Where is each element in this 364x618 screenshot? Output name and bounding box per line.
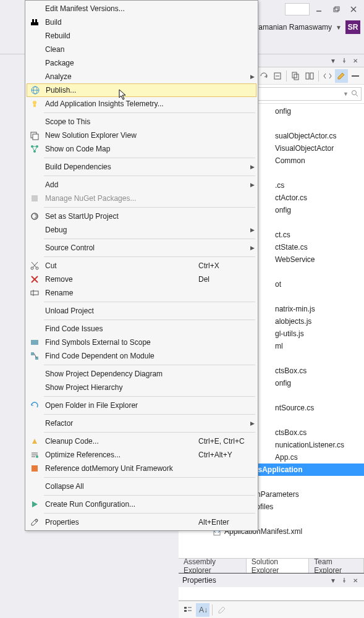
preview-button[interactable] xyxy=(303,69,315,83)
menu-item-new-solution-explorer-view[interactable]: New Solution Explorer View xyxy=(27,129,256,142)
pin-icon[interactable] xyxy=(339,56,349,65)
code-button[interactable] xyxy=(321,69,334,83)
restore-button[interactable] xyxy=(328,3,344,15)
insights-icon xyxy=(27,99,43,109)
runconfig-icon xyxy=(27,499,43,509)
menu-item-set-as-startup-project[interactable]: Set as StartUp Project xyxy=(27,210,256,223)
file-icon xyxy=(263,193,273,203)
menu-item-show-project-dependency-diagram[interactable]: Show Project Dependency Diagram xyxy=(27,367,256,381)
remove-icon xyxy=(27,274,43,284)
avatar[interactable]: SR xyxy=(345,20,360,34)
menu-item-label: Show on Code Map xyxy=(43,145,198,153)
menu-item-clean[interactable]: Clean xyxy=(27,43,256,56)
build-icon xyxy=(27,17,43,27)
file-icon xyxy=(263,304,273,314)
tree-item-label: ctsBox.cs xyxy=(274,427,307,438)
menu-item-label: Build xyxy=(43,18,198,27)
file-icon xyxy=(263,440,273,450)
menu-item-find-code-issues[interactable]: Find Code Issues xyxy=(27,322,256,336)
menu-item-build-dependencies[interactable]: Build Dependencies▶ xyxy=(27,160,256,174)
submenu-arrow-icon: ▶ xyxy=(248,74,256,80)
cut-icon xyxy=(27,261,43,271)
menu-item-optimize-references[interactable]: Optimize References...Ctrl+Alt+Y xyxy=(27,448,256,462)
publish-icon xyxy=(27,85,43,95)
menu-item-rename[interactable]: Rename xyxy=(27,286,256,300)
menu-item-cut[interactable]: CutCtrl+X xyxy=(27,259,256,273)
menu-item-analyze[interactable]: Analyze▶ xyxy=(27,70,256,83)
menu-item-publish[interactable]: Publish... xyxy=(27,83,256,97)
window-position-icon[interactable]: ▼ xyxy=(328,576,338,585)
menu-item-collapse-all[interactable]: Collapse All xyxy=(27,480,256,493)
menu-item-create-run-configuration[interactable]: Create Run Configuration... xyxy=(27,497,256,511)
file-icon xyxy=(263,403,273,413)
menu-item-unload-project[interactable]: Unload Project xyxy=(27,304,256,318)
menu-item-remove[interactable]: RemoveDel xyxy=(27,273,256,286)
tab-assembly-explorer[interactable]: Assembly Explorer xyxy=(179,559,247,573)
alphabetical-button[interactable]: A↓ xyxy=(196,603,210,617)
svg-rect-13 xyxy=(306,73,309,79)
quick-launch-search[interactable] xyxy=(285,3,310,15)
svg-rect-23 xyxy=(184,607,187,609)
menu-item-find-code-dependent-on-module[interactable]: Find Code Dependent on Module xyxy=(27,349,256,363)
refresh-button[interactable] xyxy=(257,69,269,83)
properties-pane: Properties ▼ ✕ A↓ xyxy=(179,573,364,618)
tree-item-label: ctsBox.cs xyxy=(274,365,307,376)
svg-rect-35 xyxy=(33,104,36,107)
openfolder-icon xyxy=(27,400,43,410)
collapse-all-button[interactable] xyxy=(271,69,284,83)
file-icon xyxy=(263,218,273,227)
menu-item-label: Manage NuGet Packages... xyxy=(43,194,198,203)
show-all-files-button[interactable] xyxy=(289,69,302,83)
tree-item-label: .cs xyxy=(274,180,284,191)
menu-item-label: Add xyxy=(43,180,198,189)
svg-rect-51 xyxy=(31,340,35,345)
rename-icon xyxy=(27,288,43,298)
close-pane-icon[interactable]: ✕ xyxy=(350,56,360,65)
menu-shortcut: Ctrl+E, Ctrl+C xyxy=(198,437,248,446)
file-icon xyxy=(263,242,273,252)
menu-item-label: Reference dotMemory Unit Framework xyxy=(43,464,198,473)
file-icon xyxy=(263,341,273,351)
menu-item-properties[interactable]: PropertiesAlt+Enter xyxy=(27,515,256,529)
menu-item-edit-manifest-versions[interactable]: Edit Manifest Versions... xyxy=(27,2,256,15)
dropdown-icon[interactable] xyxy=(349,69,362,83)
properties-button[interactable] xyxy=(335,69,347,83)
file-icon xyxy=(263,255,273,265)
tab-solution-explorer[interactable]: Solution Explorer xyxy=(247,559,310,573)
menu-item-package[interactable]: Package xyxy=(27,56,256,70)
menu-item-add-application-insights-telemetry[interactable]: Add Application Insights Telemetry... xyxy=(27,97,256,111)
user-name[interactable]: bramanian Ramaswamy xyxy=(252,23,332,32)
menu-item-debug[interactable]: Debug▶ xyxy=(27,223,256,237)
menu-item-build[interactable]: Build xyxy=(27,15,256,29)
close-pane-icon[interactable]: ✕ xyxy=(350,576,360,585)
tab-team-explorer[interactable]: Team Explorer xyxy=(309,559,364,573)
property-pages-button[interactable] xyxy=(215,603,229,617)
menu-item-find-symbols-external-to-scope[interactable]: Find Symbols External to Scope xyxy=(27,336,256,349)
categorized-button[interactable] xyxy=(181,603,195,617)
menu-item-label: Source Control xyxy=(43,243,198,252)
menu-item-label: Analyze xyxy=(43,72,198,81)
menu-item-open-folder-in-file-explorer[interactable]: Open Folder in File Explorer xyxy=(27,399,256,412)
search-icon[interactable] xyxy=(351,90,358,99)
tree-item-label: ml xyxy=(274,341,283,352)
pin-icon[interactable] xyxy=(339,576,349,585)
tree-item-label: VisualObjectActor xyxy=(274,143,334,154)
menu-item-cleanup-code[interactable]: Cleanup Code...Ctrl+E, Ctrl+C xyxy=(27,434,256,448)
menu-item-refactor[interactable]: Refactor▶ xyxy=(27,417,256,430)
minimize-button[interactable] xyxy=(311,3,327,15)
menu-item-show-project-hierarchy[interactable]: Show Project Hierarchy xyxy=(27,381,256,394)
menu-item-reference-dotmemory-unit-framework[interactable]: Reference dotMemory Unit Framework xyxy=(27,462,256,475)
window-position-icon[interactable]: ▼ xyxy=(328,56,338,65)
menu-item-add[interactable]: Add▶ xyxy=(27,178,256,192)
tree-item-label: natrix-min.js xyxy=(274,303,315,315)
menu-item-rebuild[interactable]: Rebuild xyxy=(27,29,256,43)
properties-title: Properties xyxy=(182,576,216,585)
close-button[interactable] xyxy=(345,3,362,15)
menu-item-scope-to-this[interactable]: Scope to This xyxy=(27,115,256,129)
menu-item-label: Set as StartUp Project xyxy=(43,212,198,221)
menu-item-label: Edit Manifest Versions... xyxy=(43,4,198,13)
chevron-down-icon[interactable]: ▼ xyxy=(343,91,349,97)
user-menu-caret-icon[interactable]: ▼ xyxy=(336,24,342,31)
menu-item-source-control[interactable]: Source Control▶ xyxy=(27,241,256,255)
menu-item-show-on-code-map[interactable]: Show on Code Map xyxy=(27,142,256,156)
